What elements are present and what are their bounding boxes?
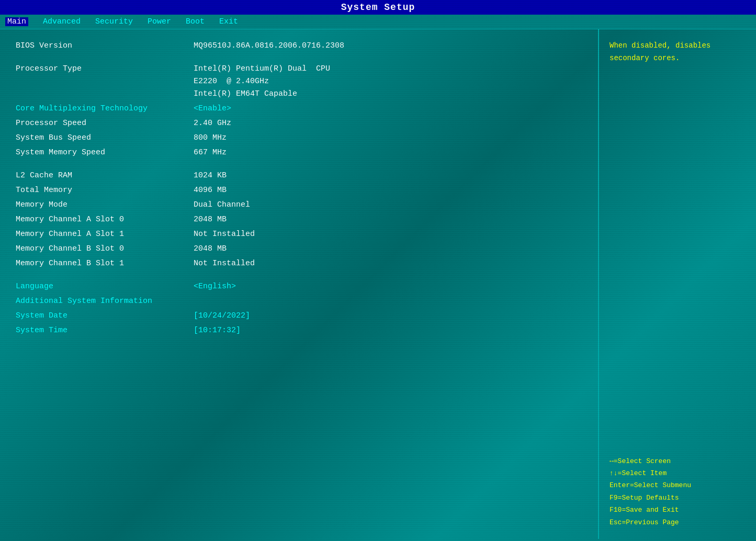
mem-a-slot0-row: Memory Channel A Slot 0 2048 MB (16, 213, 582, 226)
processor-type-row: Processor Type Intel(R) Pentium(R) Dual … (16, 63, 582, 100)
processor-type-value: Intel(R) Pentium(R) Dual CPU E2220 @ 2.4… (194, 63, 330, 100)
mem-b-slot1-row: Memory Channel B Slot 1 Not Installed (16, 257, 582, 270)
language-label: Language (16, 280, 194, 293)
nav-save-exit: F10=Save and Exit (610, 504, 746, 516)
mem-b-slot0-row: Memory Channel B Slot 0 2048 MB (16, 243, 582, 255)
nav-select-screen: ↔=Select Screen (610, 455, 746, 467)
nav-setup-defaults: F9=Setup Defaults (610, 492, 746, 504)
bus-speed-row: System Bus Speed 800 MHz (16, 132, 582, 144)
system-time-label: System Time (16, 324, 194, 337)
l2-cache-value: 1024 KB (194, 170, 227, 182)
main-panel: BIOS Version MQ96510J.86A.0816.2006.0716… (0, 29, 599, 539)
title-bar: System Setup (0, 0, 756, 15)
mem-a-slot0-value: 2048 MB (194, 213, 227, 226)
navigation-help: ↔=Select Screen ↑↓=Select Item Enter=Sel… (610, 455, 746, 528)
system-time-row[interactable]: System Time [10:17:32] (16, 324, 582, 337)
processor-speed-row: Processor Speed 2.40 GHz (16, 117, 582, 130)
system-date-value: [10/24/2022] (194, 310, 250, 322)
language-row[interactable]: Language <English> (16, 280, 582, 293)
menu-main[interactable]: Main (5, 17, 28, 26)
total-memory-label: Total Memory (16, 184, 194, 197)
bios-version-row: BIOS Version MQ96510J.86A.0816.2006.0716… (16, 40, 582, 52)
system-date-label: System Date (16, 310, 194, 322)
nav-select-item: ↑↓=Select Item (610, 467, 746, 479)
mem-b-slot0-label: Memory Channel B Slot 0 (16, 243, 194, 255)
title-text: System Setup (341, 2, 415, 13)
menu-power[interactable]: Power (148, 17, 171, 26)
memory-speed-value: 667 MHz (194, 146, 227, 159)
mem-b-slot1-label: Memory Channel B Slot 1 (16, 257, 194, 270)
additional-info-label: Additional System Information (16, 295, 194, 308)
right-panel: When disabled, disables secondary cores.… (599, 29, 756, 539)
total-memory-row: Total Memory 4096 MB (16, 184, 582, 197)
menu-security[interactable]: Security (95, 17, 133, 26)
memory-mode-value: Dual Channel (194, 199, 250, 211)
system-date-row[interactable]: System Date [10/24/2022] (16, 310, 582, 322)
processor-speed-value: 2.40 GHz (194, 117, 231, 130)
system-time-value: [10:17:32] (194, 324, 241, 337)
mem-b-slot0-value: 2048 MB (194, 243, 227, 255)
processor-line1: Intel(R) Pentium(R) Dual CPU (194, 63, 330, 75)
l2-cache-label: L2 Cache RAM (16, 170, 194, 182)
mem-a-slot1-label: Memory Channel A Slot 1 (16, 228, 194, 241)
bus-speed-label: System Bus Speed (16, 132, 194, 144)
menu-boot[interactable]: Boot (186, 17, 205, 26)
mem-b-slot1-value: Not Installed (194, 257, 255, 270)
bus-speed-value: 800 MHz (194, 132, 227, 144)
menu-exit[interactable]: Exit (219, 17, 238, 26)
content-area: BIOS Version MQ96510J.86A.0816.2006.0716… (0, 29, 756, 539)
nav-prev-page: Esc=Previous Page (610, 516, 746, 528)
additional-info-row[interactable]: Additional System Information (16, 295, 582, 308)
bios-screen: System Setup Main Advanced Security Powe… (0, 0, 756, 541)
mem-a-slot1-row: Memory Channel A Slot 1 Not Installed (16, 228, 582, 241)
processor-speed-label: Processor Speed (16, 117, 194, 130)
memory-speed-row: System Memory Speed 667 MHz (16, 146, 582, 159)
bios-version-value: MQ96510J.86A.0816.2006.0716.2308 (194, 40, 344, 52)
l2-cache-row: L2 Cache RAM 1024 KB (16, 170, 582, 182)
mem-a-slot1-value: Not Installed (194, 228, 255, 241)
memory-mode-row: Memory Mode Dual Channel (16, 199, 582, 211)
menu-bar: Main Advanced Security Power Boot Exit (0, 15, 756, 29)
help-description: When disabled, disables secondary cores. (610, 40, 746, 65)
processor-type-label: Processor Type (16, 63, 194, 75)
core-mux-label: Core Multiplexing Technology (16, 103, 194, 115)
menu-advanced[interactable]: Advanced (43, 17, 81, 26)
processor-line3: Intel(R) EM64T Capable (194, 88, 330, 100)
total-memory-value: 4096 MB (194, 184, 227, 197)
mem-a-slot0-label: Memory Channel A Slot 0 (16, 213, 194, 226)
memory-mode-label: Memory Mode (16, 199, 194, 211)
processor-line2: E2220 @ 2.40GHz (194, 75, 330, 88)
core-mux-value: <Enable> (194, 103, 231, 115)
core-mux-row[interactable]: Core Multiplexing Technology <Enable> (16, 103, 582, 115)
memory-speed-label: System Memory Speed (16, 146, 194, 159)
language-value: <English> (194, 280, 236, 293)
nav-select-submenu: Enter=Select Submenu (610, 479, 746, 491)
bios-version-label: BIOS Version (16, 40, 194, 52)
help-text-content: When disabled, disables secondary cores. (610, 41, 710, 62)
